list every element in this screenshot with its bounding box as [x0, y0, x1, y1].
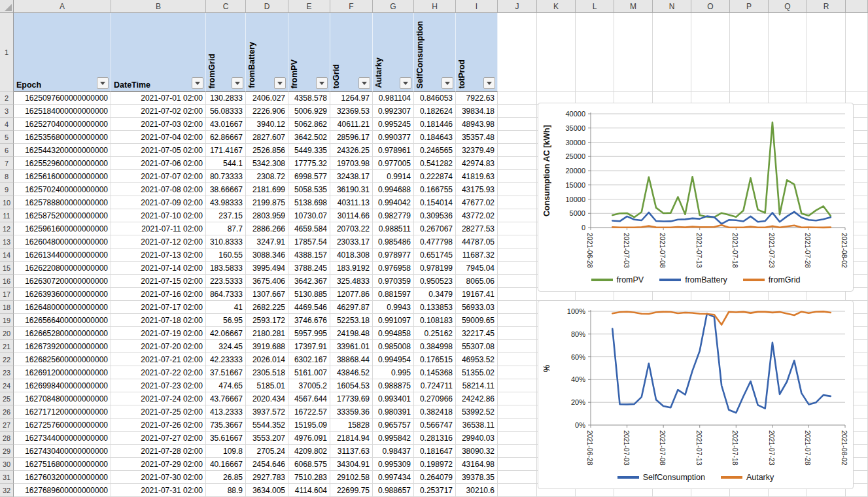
cell-E3[interactable]: 5006.929 — [288, 105, 330, 118]
cell-D2[interactable]: 2406.027 — [246, 92, 288, 105]
cell-C18[interactable]: 41 — [206, 301, 246, 314]
cell-G21[interactable]: 0.985008 — [373, 340, 414, 353]
cell-D8[interactable]: 2308.72 — [246, 170, 288, 183]
cell-I3[interactable]: 39834.18 — [456, 105, 498, 118]
cell-G3[interactable]: 0.992307 — [373, 105, 414, 118]
cell-J26[interactable] — [498, 405, 537, 419]
cell-B9[interactable]: 2021-07-08 02:00 — [111, 183, 206, 196]
cell-I7[interactable]: 42974.83 — [456, 157, 498, 170]
cell-A15[interactable]: 1626220800000000000 — [14, 262, 111, 275]
cell-F11[interactable]: 30114.66 — [330, 209, 373, 222]
row-header-15[interactable]: 15 — [0, 262, 14, 275]
row-header-28[interactable]: 28 — [0, 432, 14, 445]
cell-B3[interactable]: 2021-07-02 02:00 — [111, 105, 206, 118]
cell-E15[interactable]: 3788.245 — [288, 262, 330, 275]
cell-G7[interactable]: 0.977005 — [373, 157, 414, 170]
cell-D17[interactable]: 1307.667 — [246, 288, 288, 301]
cell-G11[interactable]: 0.982779 — [373, 209, 414, 222]
cell-I23[interactable]: 51355.02 — [456, 366, 498, 379]
cell-M1[interactable] — [614, 13, 653, 92]
filter-button-epoch[interactable] — [97, 77, 109, 89]
cell-D12[interactable]: 2886.266 — [246, 222, 288, 235]
cell-D19[interactable]: 2593.172 — [246, 314, 288, 327]
cell-A20[interactable]: 1626652800000000000 — [14, 327, 111, 340]
cell-C19[interactable]: 56.95 — [206, 314, 246, 327]
cell-G6[interactable]: 0.978961 — [373, 144, 414, 157]
cell-F25[interactable]: 17739.69 — [330, 392, 373, 405]
cell-G30[interactable]: 0.995309 — [373, 458, 414, 471]
cell-J2[interactable] — [498, 92, 537, 105]
cell-J27[interactable] — [498, 419, 537, 432]
cell-K1[interactable] — [537, 13, 576, 92]
cell-B19[interactable]: 2021-07-18 02:00 — [111, 314, 206, 327]
consumption-chart[interactable]: 0500010000150002000025000300003500040000… — [538, 103, 854, 292]
cell-E13[interactable]: 17857.54 — [288, 235, 330, 248]
cell-O1[interactable] — [691, 13, 730, 92]
cell-B7[interactable]: 2021-07-06 02:00 — [111, 157, 206, 170]
cell-E27[interactable]: 15195.09 — [288, 419, 330, 432]
cell-E29[interactable]: 4209.802 — [288, 445, 330, 458]
cell-H16[interactable]: 0.950523 — [414, 275, 456, 288]
cell-B14[interactable]: 2021-07-13 02:00 — [111, 248, 206, 262]
cell-H25[interactable]: 0.270966 — [414, 392, 456, 405]
cell-D30[interactable]: 2454.646 — [246, 458, 288, 471]
cell-J20[interactable] — [498, 327, 537, 340]
cell-I17[interactable]: 19167.41 — [456, 288, 498, 301]
cell-B15[interactable]: 2021-07-14 02:00 — [111, 262, 206, 275]
row-header-25[interactable]: 25 — [0, 392, 14, 405]
cell-B16[interactable]: 2021-07-15 02:00 — [111, 275, 206, 288]
cell-F30[interactable]: 34304.91 — [330, 458, 373, 471]
cell-C7[interactable]: 544.1 — [206, 157, 246, 170]
cell-E5[interactable]: 3642.502 — [288, 131, 330, 144]
cell-F16[interactable]: 325.4833 — [330, 275, 373, 288]
cell-F14[interactable]: 4018.308 — [330, 248, 373, 262]
cell-E25[interactable]: 4567.644 — [288, 392, 330, 405]
cell-J21[interactable] — [498, 340, 537, 353]
cell-G20[interactable]: 0.994858 — [373, 327, 414, 340]
cell-D11[interactable]: 2803.959 — [246, 209, 288, 222]
cell-B27[interactable]: 2021-07-26 02:00 — [111, 419, 206, 432]
cell-A7[interactable]: 1625529600000000000 — [14, 157, 111, 170]
cell-C16[interactable]: 223.5333 — [206, 275, 246, 288]
cell-B2[interactable]: 2021-07-01 02:00 — [111, 92, 206, 105]
cell-R1[interactable] — [807, 13, 846, 92]
row-header-20[interactable]: 20 — [0, 327, 14, 340]
cell-B13[interactable]: 2021-07-12 02:00 — [111, 235, 206, 248]
cell-E19[interactable]: 3746.676 — [288, 314, 330, 327]
column-header-P[interactable]: P — [730, 0, 769, 13]
cell-A31[interactable]: 1627603200000000000 — [14, 471, 111, 484]
filter-button-totProd[interactable] — [483, 77, 495, 89]
cell-E31[interactable]: 7510.283 — [288, 471, 330, 484]
row-header-7[interactable]: 7 — [0, 157, 14, 170]
cell-C23[interactable]: 37.51667 — [206, 366, 246, 379]
filter-button-fromPV[interactable] — [316, 77, 328, 89]
cell-I6[interactable]: 32379.49 — [456, 144, 498, 157]
cell-A22[interactable]: 1626825600000000000 — [14, 353, 111, 366]
cell-J9[interactable] — [498, 183, 537, 196]
column-header-L[interactable]: L — [576, 0, 614, 13]
cell-D20[interactable]: 2180.281 — [246, 327, 288, 340]
cell-D14[interactable]: 3088.346 — [246, 248, 288, 262]
cell-L1[interactable] — [576, 13, 614, 92]
cell-I32[interactable]: 30210.6 — [456, 484, 498, 497]
cell-G2[interactable]: 0.981104 — [373, 92, 414, 105]
cell-A3[interactable]: 1625184000000000000 — [14, 105, 111, 118]
cell-H4[interactable]: 0.181446 — [414, 118, 456, 131]
cell-I21[interactable]: 55307.08 — [456, 340, 498, 353]
cell-F3[interactable]: 32369.53 — [330, 105, 373, 118]
cell-F10[interactable]: 40311.13 — [330, 196, 373, 209]
cell-H31[interactable]: 0.264079 — [414, 471, 456, 484]
cell-G16[interactable]: 0.970359 — [373, 275, 414, 288]
cell-H6[interactable]: 0.246565 — [414, 144, 456, 157]
cell-I9[interactable]: 43175.93 — [456, 183, 498, 196]
cell-H13[interactable]: 0.477798 — [414, 235, 456, 248]
cell-A14[interactable]: 1626134400000000000 — [14, 248, 111, 262]
cell-F12[interactable]: 20703.22 — [330, 222, 373, 235]
cell-A6[interactable]: 1625443200000000000 — [14, 144, 111, 157]
cell-I5[interactable]: 35357.48 — [456, 131, 498, 144]
row-header-8[interactable]: 8 — [0, 170, 14, 183]
cell-H19[interactable]: 0.108183 — [414, 314, 456, 327]
cell-G18[interactable]: 0.9943 — [373, 301, 414, 314]
cell-B20[interactable]: 2021-07-19 02:00 — [111, 327, 206, 340]
cell-A21[interactable]: 1626739200000000000 — [14, 340, 111, 353]
